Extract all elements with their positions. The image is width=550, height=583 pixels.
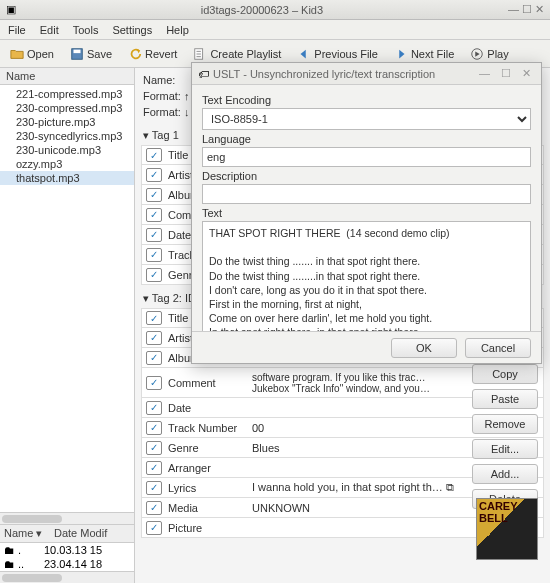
- dir-col-date[interactable]: Date Modif: [50, 525, 111, 542]
- checkbox-icon[interactable]: ✓: [146, 148, 162, 162]
- menu-edit[interactable]: Edit: [40, 24, 59, 36]
- file-list-hscroll[interactable]: [0, 512, 134, 524]
- dialog-icon: 🏷: [198, 68, 209, 80]
- ok-button[interactable]: OK: [391, 338, 457, 358]
- language-label: Language: [202, 133, 531, 145]
- file-item[interactable]: 230-syncedlyrics.mp3: [0, 129, 134, 143]
- revert-button[interactable]: Revert: [124, 45, 181, 63]
- file-item[interactable]: 221-compressed.mp3: [0, 87, 134, 101]
- titlebar: ▣ id3tags-20000623 – Kid3 ― ☐ ✕: [0, 0, 550, 20]
- description-input[interactable]: [202, 184, 531, 204]
- file-item[interactable]: 230-unicode.mp3: [0, 143, 134, 157]
- checkbox-icon[interactable]: ✓: [146, 376, 162, 390]
- file-panel: Name 221-compressed.mp3230-compressed.mp…: [0, 68, 135, 583]
- cancel-button[interactable]: Cancel: [465, 338, 531, 358]
- file-item[interactable]: 230-picture.mp3: [0, 115, 134, 129]
- menu-settings[interactable]: Settings: [112, 24, 152, 36]
- text-label: Text: [202, 207, 531, 219]
- window-controls[interactable]: ― ☐ ✕: [508, 3, 544, 16]
- file-item[interactable]: 230-compressed.mp3: [0, 101, 134, 115]
- menubar: File Edit Tools Settings Help: [0, 20, 550, 40]
- svg-rect-1: [73, 49, 80, 53]
- paste-button[interactable]: Paste: [472, 389, 538, 409]
- checkbox-icon[interactable]: ✓: [146, 421, 162, 435]
- description-label: Description: [202, 170, 531, 182]
- menu-help[interactable]: Help: [166, 24, 189, 36]
- menu-file[interactable]: File: [8, 24, 26, 36]
- checkbox-icon[interactable]: ✓: [146, 311, 162, 325]
- file-item[interactable]: ozzy.mp3: [0, 157, 134, 171]
- dir-row[interactable]: 🖿 ..23.04.14 18: [0, 557, 134, 571]
- menu-tools[interactable]: Tools: [73, 24, 99, 36]
- dir-list-hscroll[interactable]: [0, 571, 134, 583]
- file-panel-head[interactable]: Name: [0, 68, 134, 85]
- next-file-button[interactable]: Next File: [390, 45, 458, 63]
- window-title: id3tags-20000623 – Kid3: [16, 4, 508, 16]
- text-area[interactable]: THAT SPOT RIGHT THERE (14 second demo cl…: [202, 221, 531, 331]
- edit--button[interactable]: Edit...: [472, 439, 538, 459]
- checkbox-icon[interactable]: ✓: [146, 401, 162, 415]
- checkbox-icon[interactable]: ✓: [146, 268, 162, 282]
- dialog-title: USLT - Unsynchronized lyric/text transcr…: [209, 68, 479, 80]
- open-button[interactable]: Open: [6, 45, 58, 63]
- checkbox-icon[interactable]: ✓: [146, 331, 162, 345]
- checkbox-icon[interactable]: ✓: [146, 501, 162, 515]
- file-list[interactable]: 221-compressed.mp3230-compressed.mp3230-…: [0, 85, 134, 512]
- play-button[interactable]: Play: [466, 45, 512, 63]
- language-input[interactable]: [202, 147, 531, 167]
- checkbox-icon[interactable]: ✓: [146, 351, 162, 365]
- copy-button[interactable]: Copy: [472, 364, 538, 384]
- checkbox-icon[interactable]: ✓: [146, 521, 162, 535]
- checkbox-icon[interactable]: ✓: [146, 441, 162, 455]
- checkbox-icon[interactable]: ✓: [146, 168, 162, 182]
- dialog-window-controls[interactable]: ― ☐ ✕: [479, 67, 535, 80]
- file-item[interactable]: thatspot.mp3: [0, 171, 134, 185]
- dir-row[interactable]: 🖿 .10.03.13 15: [0, 543, 134, 557]
- checkbox-icon[interactable]: ✓: [146, 208, 162, 222]
- previous-file-button[interactable]: Previous File: [293, 45, 382, 63]
- uslt-dialog: 🏷 USLT - Unsynchronized lyric/text trans…: [191, 62, 542, 364]
- checkbox-icon[interactable]: ✓: [146, 228, 162, 242]
- create-playlist-button[interactable]: Create Playlist: [189, 45, 285, 63]
- checkbox-icon[interactable]: ✓: [146, 248, 162, 262]
- save-button[interactable]: Save: [66, 45, 116, 63]
- dir-col-name[interactable]: Name ▾: [0, 525, 50, 542]
- album-cover[interactable]: CAREYBELL: [476, 498, 538, 560]
- checkbox-icon[interactable]: ✓: [146, 481, 162, 495]
- checkbox-icon[interactable]: ✓: [146, 461, 162, 475]
- app-icon: ▣: [6, 3, 16, 16]
- remove-button[interactable]: Remove: [472, 414, 538, 434]
- checkbox-icon[interactable]: ✓: [146, 188, 162, 202]
- encoding-label: Text Encoding: [202, 94, 531, 106]
- encoding-select[interactable]: ISO-8859-1: [202, 108, 531, 130]
- add--button[interactable]: Add...: [472, 464, 538, 484]
